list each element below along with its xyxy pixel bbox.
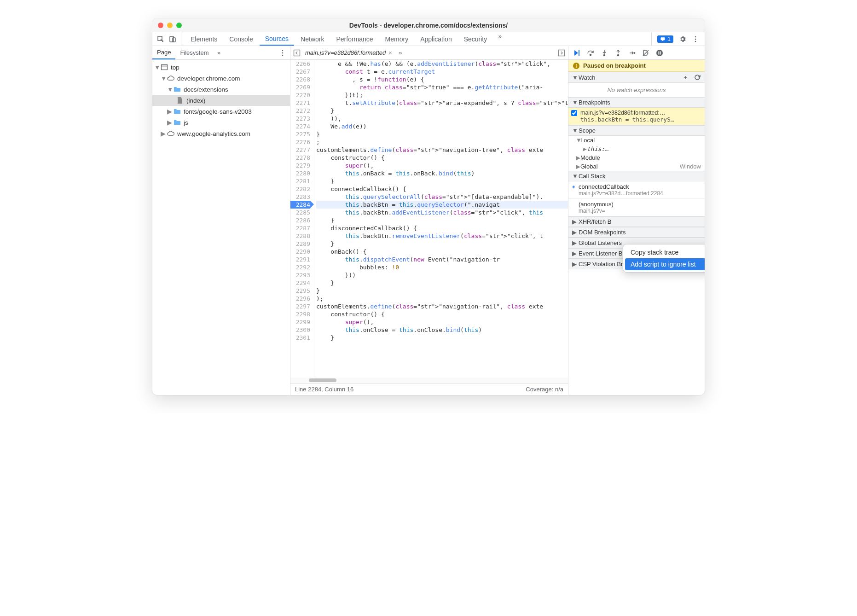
more-navigator-tabs-icon[interactable]: » xyxy=(215,49,223,57)
maximize-window-button[interactable] xyxy=(176,23,182,28)
dom-breakpoints-header[interactable]: ▶DOM Breakpoints xyxy=(568,227,705,238)
tree-folder-fonts[interactable]: ▶fonts/google-sans-v2003 xyxy=(152,106,290,117)
navigator-menu-icon[interactable] xyxy=(279,49,286,57)
breakpoint-item[interactable]: main.js?v=e382d86f:formatted:… this.back… xyxy=(568,108,705,125)
svg-rect-22 xyxy=(660,51,661,54)
code-content[interactable]: e && !We.has(e) && (e.addEventListener(c… xyxy=(314,60,568,378)
scope-module[interactable]: ▶Module xyxy=(568,153,705,162)
svg-rect-24 xyxy=(576,65,577,68)
nav-back-icon[interactable] xyxy=(293,49,301,57)
scope-global[interactable]: ▶GlobalWindow xyxy=(568,162,705,171)
watch-empty: No watch expressions xyxy=(568,83,705,97)
file-tree: ▼top ▼developer.chrome.com ▼docs/extensi… xyxy=(152,60,290,395)
svg-rect-14 xyxy=(579,50,579,56)
editor-statusbar: Line 2284, Column 16 Coverage: n/a xyxy=(290,383,568,395)
step-icon[interactable] xyxy=(628,49,636,57)
close-window-button[interactable] xyxy=(158,23,163,28)
svg-point-5 xyxy=(695,38,696,40)
scope-body: ▼Local ▶this: … ▶Module ▶GlobalWindow xyxy=(568,136,705,171)
tab-memory[interactable]: Memory xyxy=(380,32,414,46)
paused-banner: Paused on breakpoint xyxy=(568,60,705,72)
tab-security[interactable]: Security xyxy=(458,32,493,46)
nav-forward-icon[interactable] xyxy=(558,49,565,57)
debugger-panel: Paused on breakpoint ▼Watch ＋ No watch e… xyxy=(568,46,705,395)
scope-this[interactable]: ▶this: … xyxy=(568,145,705,153)
editor-file-tab[interactable]: main.js?v=e382d86f:formatted × xyxy=(302,46,395,59)
ctx-add-to-ignore-list[interactable]: Add script to ignore list xyxy=(625,258,705,270)
tree-file-index[interactable]: (index) xyxy=(152,95,290,106)
device-toggle-icon[interactable] xyxy=(169,35,176,43)
scope-local[interactable]: ▼Local xyxy=(568,136,705,145)
tree-domain[interactable]: ▼developer.chrome.com xyxy=(152,73,290,84)
watch-section-header[interactable]: ▼Watch ＋ xyxy=(568,72,705,83)
svg-rect-13 xyxy=(559,50,565,56)
tree-domain-analytics[interactable]: ▶www.google-analytics.com xyxy=(152,128,290,139)
svg-point-4 xyxy=(695,36,696,37)
debugger-toolbar xyxy=(568,46,705,60)
svg-point-25 xyxy=(576,64,577,65)
tab-application[interactable]: Application xyxy=(415,32,457,46)
tab-performance[interactable]: Performance xyxy=(330,32,378,46)
code-editor[interactable]: 2266226722682269227022712272227322742275… xyxy=(290,60,568,378)
close-tab-icon[interactable]: × xyxy=(388,49,392,56)
context-menu: Copy stack trace Add script to ignore li… xyxy=(623,244,705,273)
horizontal-scrollbar[interactable] xyxy=(290,378,568,383)
breakpoint-location: main.js?v=e382d86f:formatted:… xyxy=(580,110,701,116)
step-out-icon[interactable] xyxy=(614,49,622,57)
line-gutter[interactable]: 2266226722682269227022712272227322742275… xyxy=(290,60,314,378)
ctx-copy-stack-trace[interactable]: Copy stack trace xyxy=(625,246,705,258)
svg-point-8 xyxy=(282,52,284,53)
svg-rect-3 xyxy=(661,37,665,40)
tree-folder-js[interactable]: ▶js xyxy=(152,117,290,128)
tab-elements[interactable]: Elements xyxy=(185,32,223,46)
pause-exceptions-icon[interactable] xyxy=(656,49,663,57)
tab-sources[interactable]: Sources xyxy=(260,32,294,46)
kebab-menu-icon[interactable] xyxy=(692,35,699,43)
add-watch-icon[interactable]: ＋ xyxy=(682,74,689,81)
xhr-breakpoints-header[interactable]: ▶XHR/fetch B xyxy=(568,216,705,227)
navigator-tab-filesystem[interactable]: Filesystem xyxy=(175,46,213,59)
inspect-element-icon[interactable] xyxy=(157,35,164,43)
refresh-watch-icon[interactable] xyxy=(694,74,701,81)
cursor-position: Line 2284, Column 16 xyxy=(295,386,353,393)
svg-point-17 xyxy=(618,54,619,56)
more-editor-tabs-icon[interactable]: » xyxy=(397,49,404,57)
svg-rect-12 xyxy=(294,50,300,56)
tree-top[interactable]: ▼top xyxy=(152,62,290,73)
scope-section-header[interactable]: ▼Scope xyxy=(568,125,705,136)
navigator-panel: Page Filesystem » ▼top ▼developer.chrome… xyxy=(152,46,290,395)
breakpoint-checkbox[interactable] xyxy=(571,110,577,116)
issues-count: 1 xyxy=(667,36,671,42)
svg-point-20 xyxy=(656,50,663,56)
editor-file-name: main.js?v=e382d86f:formatted xyxy=(305,49,386,56)
breakpoints-section-header[interactable]: ▼Breakpoints xyxy=(568,97,705,108)
titlebar: DevTools - developer.chrome.com/docs/ext… xyxy=(152,18,705,32)
scrollbar-thumb[interactable] xyxy=(309,378,336,382)
tab-network[interactable]: Network xyxy=(295,32,330,46)
settings-gear-icon[interactable] xyxy=(679,35,686,43)
tree-folder-docs[interactable]: ▼docs/extensions xyxy=(152,84,290,95)
svg-point-18 xyxy=(634,52,635,53)
step-over-icon[interactable] xyxy=(587,49,594,57)
svg-point-7 xyxy=(282,50,284,51)
devtools-window: DevTools - developer.chrome.com/docs/ext… xyxy=(152,18,705,395)
svg-point-15 xyxy=(590,54,591,55)
window-controls xyxy=(158,23,182,28)
svg-point-16 xyxy=(604,54,605,56)
callstack-frame-0[interactable]: connectedCallback main.js?v=e382d…format… xyxy=(568,181,705,199)
svg-point-9 xyxy=(282,54,284,56)
more-tabs-icon[interactable]: » xyxy=(496,32,504,40)
svg-rect-1 xyxy=(170,36,174,42)
svg-point-6 xyxy=(695,41,696,42)
deactivate-breakpoints-icon[interactable] xyxy=(642,49,649,57)
minimize-window-button[interactable] xyxy=(167,23,173,28)
tab-console[interactable]: Console xyxy=(224,32,258,46)
callstack-section-header[interactable]: ▼Call Stack xyxy=(568,171,705,181)
step-into-icon[interactable] xyxy=(601,49,608,57)
svg-rect-21 xyxy=(659,51,660,54)
resume-icon[interactable] xyxy=(573,49,580,57)
issues-badge[interactable]: 1 xyxy=(657,35,673,43)
editor-tabbar: main.js?v=e382d86f:formatted × » xyxy=(290,46,568,60)
navigator-tab-page[interactable]: Page xyxy=(152,46,175,59)
callstack-frame-1[interactable]: (anonymous) main.js?v= xyxy=(568,199,705,216)
